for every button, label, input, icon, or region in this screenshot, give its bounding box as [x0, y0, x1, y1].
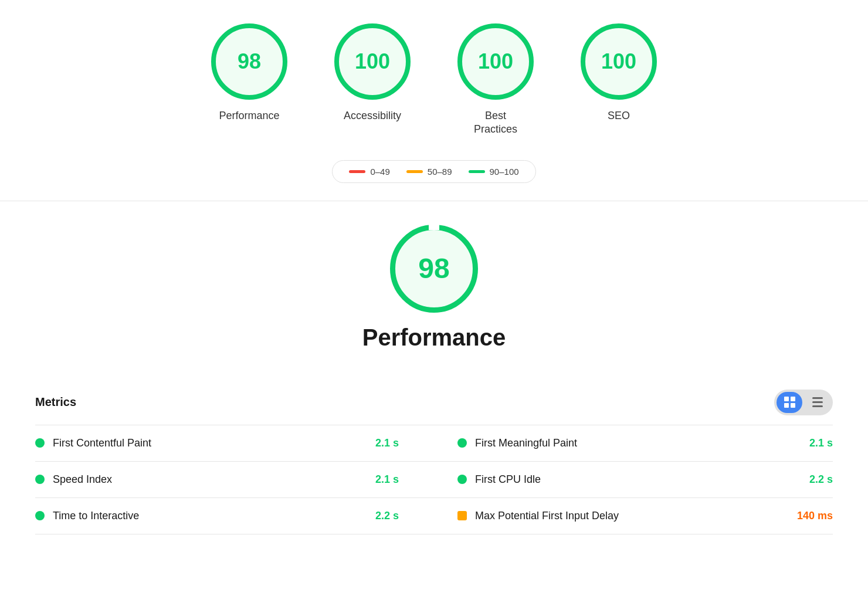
metrics-header: Metrics — [35, 380, 833, 425]
metric-row-si: Speed Index2.1 s — [35, 462, 434, 498]
metric-value-mpfid: 140 ms — [797, 510, 833, 522]
performance-section: 98 Performance — [0, 201, 868, 380]
score-circle-accessibility: 100 — [334, 23, 411, 100]
metric-name-mpfid: Max Potential First Input Delay — [475, 510, 789, 522]
metric-value-fmp: 2.1 s — [809, 437, 833, 449]
legend-inner: 0–4950–8990–100 — [332, 160, 535, 183]
legend-item-fail: 0–49 — [349, 167, 389, 177]
grid-view-button[interactable] — [777, 392, 802, 413]
metric-value-tti: 2.2 s — [375, 510, 399, 522]
performance-score-circle: 98 — [390, 225, 478, 313]
metric-dot-fcp — [35, 438, 45, 448]
list-icon — [812, 397, 823, 407]
performance-score-value: 98 — [418, 252, 449, 285]
score-label-accessibility: Accessibility — [344, 109, 401, 123]
score-label-seo: SEO — [608, 109, 630, 123]
score-circle-performance: 98 — [211, 23, 287, 100]
score-circle-best-practices: 100 — [457, 23, 534, 100]
score-item-performance: 98Performance — [211, 23, 287, 137]
metric-row-fcp: First Contentful Paint2.1 s — [35, 425, 434, 462]
metric-row-fci: First CPU Idle2.2 s — [434, 462, 833, 498]
performance-title: Performance — [362, 324, 506, 351]
list-view-button[interactable] — [805, 392, 830, 413]
metric-value-si: 2.1 s — [375, 473, 399, 486]
legend-item-average: 50–89 — [406, 167, 452, 177]
metric-name-fmp: First Meaningful Paint — [475, 437, 801, 449]
metric-dot-mpfid — [457, 511, 467, 520]
score-label-best-practices: BestPractices — [474, 109, 517, 137]
metric-row-mpfid: Max Potential First Input Delay140 ms — [434, 498, 833, 534]
metric-value-fcp: 2.1 s — [375, 437, 399, 449]
metrics-title: Metrics — [35, 395, 76, 409]
metric-row-fmp: First Meaningful Paint2.1 s — [434, 425, 833, 462]
legend-item-pass: 90–100 — [469, 167, 519, 177]
metrics-container: Metrics First Contentful Paint2.1 sFirst… — [0, 380, 868, 534]
score-circle-seo: 100 — [581, 23, 657, 100]
grid-icon — [784, 397, 795, 408]
score-legend: 0–4950–8990–100 — [0, 160, 868, 183]
legend-range-fail: 0–49 — [370, 167, 389, 177]
legend-dash-fail — [349, 170, 365, 173]
metric-value-fci: 2.2 s — [809, 473, 833, 486]
score-label-performance: Performance — [219, 109, 279, 123]
metrics-grid: First Contentful Paint2.1 sFirst Meaning… — [35, 425, 833, 534]
metric-dot-tti — [35, 511, 45, 520]
legend-range-average: 50–89 — [428, 167, 452, 177]
legend-dash-pass — [469, 170, 485, 173]
metric-name-fci: First CPU Idle — [475, 473, 801, 486]
view-toggle[interactable] — [774, 390, 833, 415]
legend-dash-average — [406, 170, 423, 173]
metric-dot-fci — [457, 475, 467, 484]
score-item-best-practices: 100BestPractices — [457, 23, 534, 137]
metric-dot-fmp — [457, 438, 467, 448]
legend-range-pass: 90–100 — [490, 167, 519, 177]
score-item-seo: 100SEO — [581, 23, 657, 137]
metric-row-tti: Time to Interactive2.2 s — [35, 498, 434, 534]
top-scores-section: 98Performance100Accessibility100BestPrac… — [0, 0, 868, 148]
metric-dot-si — [35, 475, 45, 484]
metric-name-fcp: First Contentful Paint — [53, 437, 367, 449]
metric-name-tti: Time to Interactive — [53, 510, 367, 522]
score-item-accessibility: 100Accessibility — [334, 23, 411, 137]
metric-name-si: Speed Index — [53, 473, 367, 486]
